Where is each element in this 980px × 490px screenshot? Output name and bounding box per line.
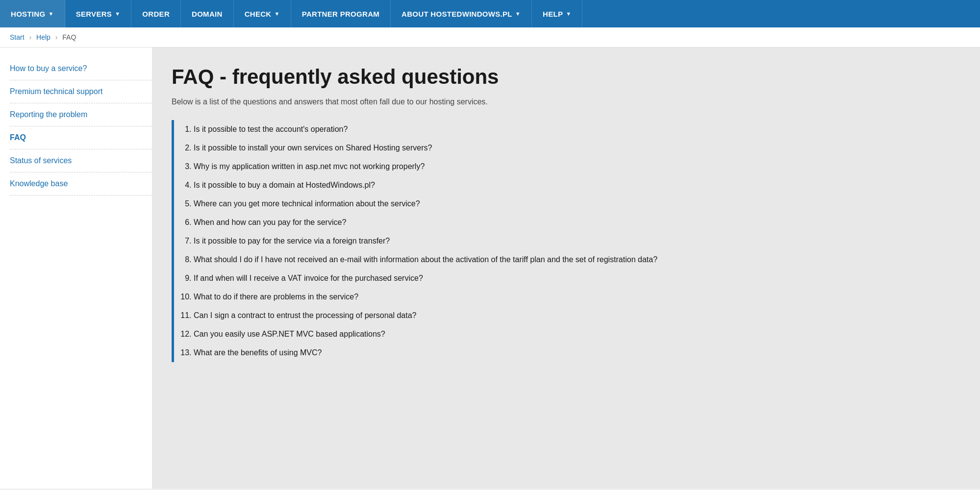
chevron-down-icon: ▼: [275, 11, 280, 17]
nav-item-servers[interactable]: SERVERS▼: [65, 0, 132, 27]
faq-question-link[interactable]: Is it possible to pay for the service vi…: [194, 237, 390, 245]
sidebar-item-premium-technical-support[interactable]: Premium technical support: [10, 80, 152, 103]
nav-item-help[interactable]: HELP▼: [532, 0, 582, 27]
breadcrumb: Start › Help › FAQ: [0, 27, 980, 48]
faq-question-link[interactable]: Is it possible to install your own servi…: [194, 144, 432, 152]
sidebar-item-status-of-services[interactable]: Status of services: [10, 149, 152, 172]
faq-list-item[interactable]: Is it possible to buy a domain at Hosted…: [194, 176, 955, 195]
chevron-down-icon: ▼: [115, 11, 120, 17]
content-area: FAQ - frequently asked questions Below i…: [152, 48, 980, 489]
faq-list-item[interactable]: What should I do if I have not received …: [194, 250, 955, 269]
faq-list-item[interactable]: Is it possible to install your own servi…: [194, 139, 955, 157]
faq-question-link[interactable]: What are the benefits of using MVC?: [194, 348, 322, 357]
sidebar-item-how-to-buy-a-service?[interactable]: How to buy a service?: [10, 57, 152, 80]
breadcrumb-current: FAQ: [62, 33, 76, 41]
nav-item-hosting[interactable]: HOSTING▼: [0, 0, 65, 27]
main-container: How to buy a service?Premium technical s…: [0, 48, 980, 489]
faq-question-link[interactable]: What to do if there are problems in the …: [194, 293, 358, 301]
faq-list-item[interactable]: Is it possible to test the account's ope…: [194, 120, 955, 139]
faq-list-item[interactable]: Can I sign a contract to entrust the pro…: [194, 306, 955, 325]
sidebar-item-knowledge-base[interactable]: Knowledge base: [10, 172, 152, 196]
chevron-down-icon: ▼: [566, 11, 571, 17]
chevron-down-icon: ▼: [515, 11, 521, 17]
faq-question-link[interactable]: When and how can you pay for the service…: [194, 218, 346, 226]
nav-item-order[interactable]: ORDER: [131, 0, 181, 27]
breadcrumb-sep-1: ›: [29, 33, 31, 41]
faq-list: Is it possible to test the account's ope…: [184, 120, 955, 362]
breadcrumb-start[interactable]: Start: [10, 33, 25, 41]
chevron-down-icon: ▼: [48, 11, 53, 17]
faq-question-link[interactable]: If and when will I receive a VAT invoice…: [194, 274, 423, 282]
nav-item-check[interactable]: CHECK▼: [234, 0, 291, 27]
faq-question-link[interactable]: Where can you get more technical informa…: [194, 199, 420, 208]
sidebar-item-faq[interactable]: FAQ: [10, 126, 152, 149]
breadcrumb-help[interactable]: Help: [36, 33, 50, 41]
faq-list-item[interactable]: Is it possible to pay for the service vi…: [194, 232, 955, 250]
faq-question-link[interactable]: Can you easily use ASP.NET MVC based app…: [194, 330, 385, 338]
nav-item-domain[interactable]: DOMAIN: [181, 0, 234, 27]
nav-item-partner-program[interactable]: PARTNER PROGRAM: [291, 0, 391, 27]
faq-list-item[interactable]: Where can you get more technical informa…: [194, 195, 955, 213]
top-navigation: HOSTING▼SERVERS▼ORDERDOMAINCHECK▼PARTNER…: [0, 0, 980, 27]
faq-question-link[interactable]: Is it possible to buy a domain at Hosted…: [194, 181, 375, 189]
faq-list-item[interactable]: When and how can you pay for the service…: [194, 213, 955, 232]
intro-text: Below is a list of the questions and ans…: [172, 98, 955, 106]
breadcrumb-sep-2: ›: [55, 33, 58, 41]
faq-question-link[interactable]: Can I sign a contract to entrust the pro…: [194, 311, 417, 319]
faq-list-item[interactable]: What to do if there are problems in the …: [194, 288, 955, 306]
faq-list-container: Is it possible to test the account's ope…: [172, 120, 955, 362]
faq-list-item[interactable]: If and when will I receive a VAT invoice…: [194, 269, 955, 288]
faq-question-link[interactable]: Why is my application written in asp.net…: [194, 162, 425, 171]
faq-list-item[interactable]: Can you easily use ASP.NET MVC based app…: [194, 325, 955, 343]
page-title: FAQ - frequently asked questions: [172, 65, 955, 89]
faq-list-item[interactable]: Why is my application written in asp.net…: [194, 157, 955, 176]
sidebar: How to buy a service?Premium technical s…: [0, 48, 152, 489]
nav-item-about-hostedwindows.pl[interactable]: ABOUT HOSTEDWINDOWS.PL▼: [391, 0, 532, 27]
faq-question-link[interactable]: Is it possible to test the account's ope…: [194, 125, 348, 133]
faq-question-link[interactable]: What should I do if I have not received …: [194, 255, 657, 264]
faq-list-item[interactable]: What are the benefits of using MVC?: [194, 343, 955, 362]
sidebar-item-reporting-the-problem[interactable]: Reporting the problem: [10, 103, 152, 126]
